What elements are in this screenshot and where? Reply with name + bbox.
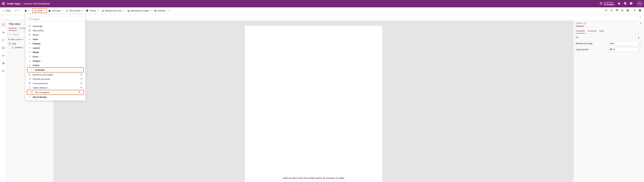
notifications-icon[interactable] (618, 2, 620, 5)
svg-rect-7 (10, 43, 10, 43)
bgimage-select[interactable]: None (608, 41, 642, 46)
user-avatar[interactable]: DB (637, 1, 642, 6)
tab-properties[interactable]: Properties (576, 29, 585, 33)
insert-group-shapes[interactable]: Shapes (25, 59, 86, 63)
chevron-down-icon (30, 69, 33, 71)
insert-group-mixed-reality[interactable]: Mixed Reality (25, 95, 86, 99)
tab-advanced[interactable]: Advanced (588, 29, 596, 33)
insert-item-object[interactable]: Object detector (25, 86, 86, 90)
hint-connect[interactable]: connect to data (326, 177, 344, 180)
insert-group-display[interactable]: Display (25, 41, 86, 46)
svg-point-1 (169, 10, 170, 11)
tab-screens[interactable]: Screens (9, 26, 17, 31)
insert-group-aibuilder[interactable]: AI Builder (27, 68, 84, 72)
add-data-label: Add data (52, 9, 60, 12)
save-icon[interactable] (625, 8, 630, 13)
rail-variables-icon[interactable] (1, 53, 6, 58)
canvas-hint: Add an item from the Insert pane or conn… (283, 177, 344, 180)
imgpos-select[interactable]: Fit (608, 47, 642, 52)
header-action-icons: DB (618, 1, 642, 6)
formula-input[interactable] (28, 15, 636, 20)
tab-ideas[interactable]: Ideas (599, 29, 604, 33)
prop-bgimage-label: Background image (576, 42, 608, 45)
panel-collapse-icon[interactable] (640, 22, 642, 24)
insert-search-input[interactable] (28, 16, 83, 22)
share-icon[interactable] (604, 8, 609, 13)
checker-icon[interactable] (614, 8, 620, 13)
settings-label: Settings (158, 9, 166, 12)
object-icon (28, 86, 31, 89)
insert-group-icons[interactable]: Icons (25, 54, 86, 59)
fill-color-picker[interactable] (635, 35, 642, 40)
premium-icon (80, 87, 82, 89)
insert-group-input[interactable]: Input (25, 37, 86, 41)
settings-button[interactable]: Settings (153, 9, 167, 12)
property-dropdown[interactable] (1, 15, 26, 20)
app-header: Power Apps | Contoso Text Recognizer Env… (0, 0, 644, 7)
bg-color-button[interactable]: Background color (100, 9, 126, 12)
premium-icon (80, 82, 82, 85)
insert-button[interactable]: Insert (32, 8, 47, 13)
insert-item-rectangle[interactable]: Rectangle (25, 24, 86, 28)
tree-panel: Tree view Screens Components New screen … (7, 21, 54, 182)
premium-icon (80, 78, 82, 80)
card-icon (28, 73, 31, 76)
rail-search-icon[interactable] (1, 68, 6, 74)
chevron-right-icon (28, 38, 31, 40)
insert-item-receipt[interactable]: Receipt processor (25, 77, 86, 81)
insert-group-layout[interactable]: Layout (25, 46, 86, 50)
rail-insert-icon[interactable] (1, 30, 6, 35)
command-bar: Back Insert Add data New screen Theme Ba… (0, 7, 644, 14)
insert-group-media[interactable]: Media (25, 50, 86, 54)
environment-label: Environment (604, 1, 614, 3)
svg-point-4 (2, 70, 4, 71)
insert-item-businesscard[interactable]: Business card reader (25, 73, 86, 77)
save-dropdown-icon[interactable] (632, 8, 637, 13)
chevron-right-icon (28, 64, 31, 67)
environment-switcher[interactable]: Environment AI Builder (600, 1, 614, 6)
text-icon (30, 91, 33, 94)
premium-icon (78, 91, 80, 94)
header-separator: | (22, 2, 22, 5)
rail-tree-icon[interactable] (1, 22, 6, 27)
rail-data-icon[interactable] (1, 37, 6, 43)
rail-advanced-icon[interactable] (1, 61, 6, 66)
help-icon[interactable] (630, 2, 632, 5)
environment-name: AI Builder (604, 3, 614, 6)
rp-label: SCREEN (576, 22, 583, 24)
paste-button[interactable] (23, 9, 31, 12)
new-screen-button[interactable]: New screen (64, 9, 85, 12)
insert-item-textrecognizer[interactable]: Text recognizer (27, 90, 84, 94)
insert-group-charts[interactable]: Charts (25, 63, 86, 67)
chevron-right-icon (28, 42, 31, 45)
chevron-right-icon (28, 60, 31, 62)
comments-icon[interactable] (609, 8, 614, 13)
theme-button[interactable]: Theme (85, 9, 100, 12)
rail-media-icon[interactable] (1, 45, 6, 51)
chevron-right-icon (28, 55, 31, 58)
screen-canvas[interactable] (245, 26, 382, 182)
svg-point-5 (10, 34, 11, 35)
more-button[interactable] (167, 9, 172, 12)
formula-expand-icon[interactable] (638, 15, 643, 20)
preview-icon[interactable] (620, 8, 625, 13)
bg-image-button[interactable]: Background image (126, 9, 153, 12)
chevron-right-icon (28, 47, 31, 49)
undo-button[interactable] (14, 9, 22, 12)
add-data-button[interactable]: Add data (47, 9, 64, 12)
svg-rect-6 (9, 43, 11, 44)
insert-item-button[interactable]: Button (25, 33, 86, 37)
hint-insert[interactable]: Add an item from the Insert pane (283, 177, 322, 180)
waffle-icon[interactable] (2, 2, 5, 5)
insert-item-form[interactable]: Form processor (25, 81, 86, 86)
theme-label: Theme (90, 9, 96, 12)
insert-item-datepicker[interactable]: Date picker (25, 28, 86, 33)
settings-icon[interactable] (624, 2, 626, 5)
search-icon (29, 18, 32, 20)
back-button[interactable]: Back (1, 9, 12, 12)
svg-rect-17 (610, 49, 612, 50)
publish-icon[interactable] (637, 8, 643, 13)
info-icon[interactable]: ? (584, 22, 586, 24)
product-name: Power Apps (7, 2, 20, 5)
prop-fill-label: Fill (576, 36, 635, 39)
